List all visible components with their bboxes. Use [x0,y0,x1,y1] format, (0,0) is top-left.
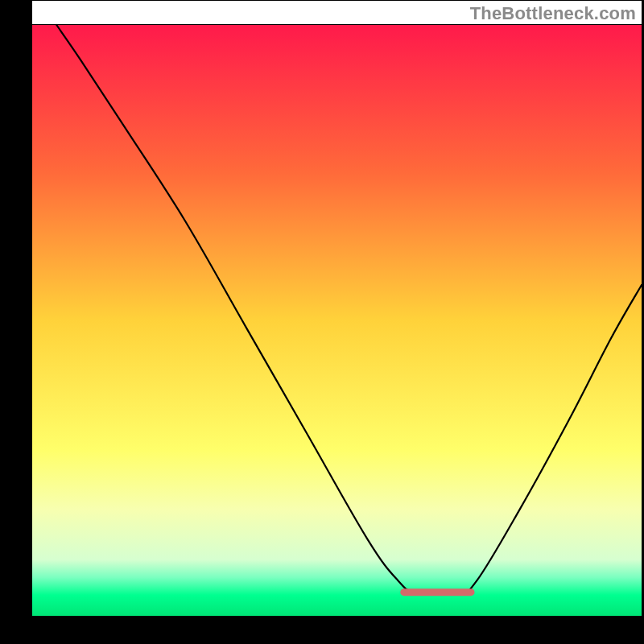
frame-left [0,0,32,644]
frame-bottom [0,616,644,644]
chart-background [32,25,642,616]
frame-top-inner [32,24,642,25]
watermark-text: TheBottleneck.com [470,3,636,24]
bottleneck-chart [0,0,644,644]
frame-top [0,0,644,1]
